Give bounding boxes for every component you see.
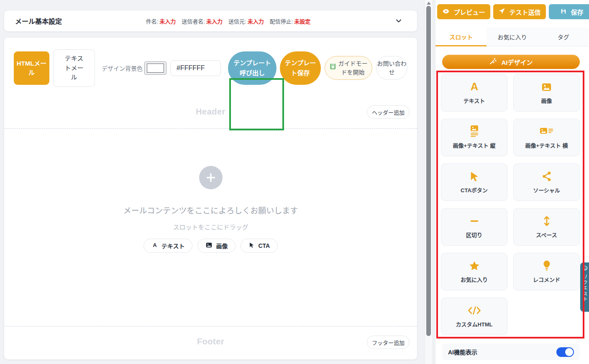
scroll-up-arrow-icon[interactable] xyxy=(427,2,431,5)
dropzone-subtitle: スロットをここにドラッグ xyxy=(173,222,248,231)
panel-tabbar: スロット お気に入り タグ xyxy=(435,28,589,46)
quick-add-cta-label: CTA xyxy=(258,242,270,249)
preview-label: プレビュー xyxy=(453,8,485,16)
status-value: 未入力 xyxy=(248,17,264,25)
editor-toolbar: HTMLメール テキストメール デザイン背景色 テンプレート呼び出し テンプレー… xyxy=(4,38,417,96)
quick-add-text-button[interactable]: A テキスト xyxy=(143,239,193,253)
vertical-scrollbar[interactable] xyxy=(425,0,432,364)
magic-wand-icon xyxy=(489,57,497,66)
quick-add-row: A テキスト 画像 CTA xyxy=(143,239,278,253)
header-zone-label: Header xyxy=(4,107,417,117)
mail-basic-settings-card[interactable]: メール基本設定 件名: 未入力 送信者名: 未入力 送信元: 未入力 配信停止:… xyxy=(4,10,417,31)
scrollbar-thumb[interactable] xyxy=(426,6,431,336)
quick-add-image-label: 画像 xyxy=(216,242,228,250)
preview-button[interactable]: プレビュー xyxy=(437,4,490,19)
bg-color-swatch xyxy=(147,64,164,73)
book-icon xyxy=(329,63,336,73)
tab-favorite[interactable]: お気に入り xyxy=(487,28,538,46)
save-icon xyxy=(560,8,567,16)
guide-mode-label: ガイドモードを開始 xyxy=(338,59,368,77)
mail-canvas-card: HTMLメール テキストメール デザイン背景色 テンプレート呼び出し テンプレー… xyxy=(4,38,417,359)
contact-button[interactable]: お問い合わせ xyxy=(376,56,407,80)
panel-actions: プレビュー テスト送信 保存 xyxy=(435,4,589,19)
status-label: 送信者名: xyxy=(182,17,205,25)
status-sender-address: 送信元: 未入力 xyxy=(228,17,264,25)
annotation-red-box xyxy=(436,71,584,339)
quick-add-cta-button[interactable]: CTA xyxy=(241,239,278,253)
paper-plane-icon xyxy=(498,8,505,16)
toggle-knob xyxy=(565,348,573,356)
bg-color-picker[interactable] xyxy=(144,61,166,75)
annotation-green-box xyxy=(229,78,284,130)
ai-design-label: AIデザイン xyxy=(501,58,533,66)
quick-add-text-label: テキスト xyxy=(161,242,185,250)
basic-settings-status: 件名: 未入力 送信者名: 未入力 送信元: 未入力 配信停止: 未設定 xyxy=(62,17,394,25)
status-label: 配信停止: xyxy=(270,17,293,25)
test-send-label: テスト送信 xyxy=(509,8,540,16)
test-send-button[interactable]: テスト送信 xyxy=(493,4,546,19)
eye-icon xyxy=(442,8,450,16)
basic-settings-title: メール基本設定 xyxy=(4,16,62,26)
status-value: 未入力 xyxy=(159,17,176,25)
design-bg-color-label: デザイン背景色 xyxy=(102,64,143,72)
svg-text:A: A xyxy=(153,242,156,248)
text-icon: A xyxy=(151,242,158,250)
status-value: 未設定 xyxy=(294,17,310,25)
tab-tag[interactable]: タグ xyxy=(538,28,589,46)
ai-feature-label: AI機能表示 xyxy=(448,348,477,356)
save-button[interactable]: 保存 xyxy=(549,4,589,19)
chevron-down-icon[interactable] xyxy=(394,17,417,25)
tab-slot[interactable]: スロット xyxy=(435,28,487,46)
status-label: 件名: xyxy=(146,17,159,25)
cursor-icon xyxy=(248,242,255,249)
guide-mode-button[interactable]: ガイドモードを開始 xyxy=(325,56,372,80)
editor-main-area: メール基本設定 件名: 未入力 送信者名: 未入力 送信元: 未入力 配信停止:… xyxy=(0,0,423,364)
text-mail-button[interactable]: テキストメール xyxy=(53,49,95,87)
image-icon xyxy=(205,242,213,250)
footer-zone-label: Footer xyxy=(4,337,417,346)
ai-feature-toggle[interactable] xyxy=(556,347,574,357)
quick-add-image-button[interactable]: 画像 xyxy=(197,239,236,253)
status-subject: 件名: 未入力 xyxy=(146,17,176,25)
bg-color-hex-input[interactable] xyxy=(170,60,221,76)
status-value: 未入力 xyxy=(206,17,223,25)
html-mail-button[interactable]: HTMLメール xyxy=(14,51,49,85)
status-unsubscribe: 配信停止: 未設定 xyxy=(270,17,311,25)
status-label: 送信元: xyxy=(228,17,246,25)
add-footer-button[interactable]: フッター追加 xyxy=(367,336,410,349)
save-label: 保存 xyxy=(571,8,583,16)
mail-content-dropzone[interactable]: メールコンテンツをここによろしくお願いします スロットをここにドラッグ A テキ… xyxy=(4,128,417,326)
plus-icon[interactable] xyxy=(199,166,223,189)
status-sender-name: 送信者名: 未入力 xyxy=(182,17,223,25)
ai-design-button[interactable]: AIデザイン xyxy=(442,55,580,69)
dropzone-title: メールコンテンツをここによろしくお願いします xyxy=(123,204,298,216)
footer-divider xyxy=(4,326,417,326)
add-header-button[interactable]: ヘッダー追加 xyxy=(367,105,410,119)
ai-feature-row: AI機能表示 xyxy=(442,344,580,360)
template-save-button[interactable]: テンプレート保存 xyxy=(280,51,321,85)
